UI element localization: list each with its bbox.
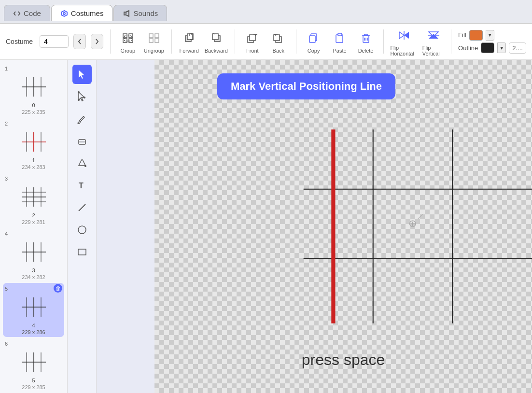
ungroup-label: Ungroup <box>144 48 164 54</box>
backward-label: Backward <box>205 48 228 54</box>
svg-text:T: T <box>79 182 84 190</box>
tab-code-label: Code <box>24 9 41 17</box>
sep5 <box>383 29 384 54</box>
nav-forward-button[interactable] <box>91 34 103 49</box>
tool-text[interactable]: T <box>72 176 92 195</box>
costume-input[interactable] <box>40 35 69 48</box>
tab-sounds[interactable]: Sounds <box>113 5 167 21</box>
front-button[interactable]: Front <box>242 29 263 54</box>
tool-circle[interactable] <box>72 220 92 239</box>
svg-rect-25 <box>338 33 342 36</box>
back-label: Back <box>273 48 284 54</box>
tool-brush[interactable] <box>72 109 92 128</box>
outline-dropdown-button[interactable]: ▼ <box>497 42 506 53</box>
main-panel: Costume Group Ungroup Forward <box>0 23 532 393</box>
forward-label: Forward <box>180 48 199 54</box>
costume-label: Costume <box>6 38 33 45</box>
costume-item-4[interactable]: 4 3 234 x 282 <box>3 228 64 282</box>
svg-point-71 <box>84 165 86 167</box>
svg-rect-11 <box>155 39 159 42</box>
outline-value[interactable]: 2.... <box>509 42 526 54</box>
tool-rect[interactable] <box>72 242 92 262</box>
svg-rect-23 <box>309 36 315 42</box>
svg-point-0 <box>63 13 65 14</box>
svg-rect-15 <box>212 34 218 40</box>
paste-button[interactable]: Paste <box>329 29 350 54</box>
tooltip-box: Mark Vertical Positioning Line <box>217 73 395 99</box>
costume-item-1[interactable]: 1 0 225 x 235 <box>3 63 64 117</box>
flip-v-label: Flip Vertical <box>422 45 445 56</box>
tool-reshape[interactable] <box>72 87 92 106</box>
copy-button[interactable]: Copy <box>303 29 324 54</box>
costume-item-6[interactable]: 6 5 229 x 285 <box>3 338 64 392</box>
toolbar: Costume Group Ungroup Forward <box>0 24 532 60</box>
sep3 <box>235 29 235 54</box>
delete-label: Delete <box>358 48 374 54</box>
forward-button[interactable]: Forward <box>179 29 200 54</box>
front-label: Front <box>246 48 259 54</box>
svg-rect-8 <box>149 34 153 38</box>
paste-label: Paste <box>333 48 347 54</box>
svg-rect-10 <box>149 39 153 42</box>
sep4 <box>296 29 296 54</box>
svg-rect-17 <box>250 35 255 41</box>
svg-rect-75 <box>78 249 86 255</box>
fill-color-swatch[interactable] <box>469 30 483 41</box>
tab-costumes-label: Costumes <box>71 9 104 17</box>
svg-text:⊕: ⊕ <box>408 218 417 229</box>
flip-h-button[interactable]: Flip Horizontal <box>390 27 417 56</box>
copy-label: Copy <box>308 48 320 54</box>
fill-label: Fill <box>458 31 466 39</box>
group-button[interactable]: Group <box>117 29 139 54</box>
sep1 <box>110 29 111 54</box>
tab-code[interactable]: Code <box>4 5 50 21</box>
fill-dropdown-button[interactable]: ▼ <box>486 30 494 41</box>
sep2 <box>171 29 172 54</box>
outline-label: Outline <box>458 44 478 52</box>
svg-rect-4 <box>129 34 133 38</box>
svg-point-68 <box>84 97 85 98</box>
svg-rect-7 <box>125 35 131 41</box>
svg-rect-13 <box>187 34 193 40</box>
delete-button[interactable]: Delete <box>355 29 377 54</box>
svg-point-66 <box>78 91 80 93</box>
flip-h-label: Flip Horizontal <box>390 45 417 56</box>
costume-item-3[interactable]: 3 2 229 x 281 <box>3 173 64 227</box>
content-area: 1 0 225 x 235 2 <box>0 60 532 393</box>
canvas-svg: ⊕ <box>154 60 532 393</box>
backward-button[interactable]: Backward <box>205 29 228 54</box>
svg-line-73 <box>79 204 85 211</box>
tool-fill[interactable] <box>72 154 92 173</box>
tool-select[interactable] <box>72 65 92 84</box>
svg-point-74 <box>78 226 86 234</box>
costume-item-2[interactable]: 2 1 234 x 283 <box>3 118 64 172</box>
fill-outline-section: Fill ▼ Outline ▼ 2.... <box>458 30 526 54</box>
svg-rect-5 <box>123 39 127 42</box>
tools-panel: T <box>68 60 97 393</box>
costume-sidebar: 1 0 225 x 235 2 <box>0 60 68 393</box>
group-label: Group <box>121 48 136 54</box>
back-button[interactable]: Back <box>268 29 289 54</box>
svg-rect-6 <box>129 39 133 42</box>
sep6 <box>451 29 451 54</box>
ungroup-button[interactable]: Ungroup <box>143 29 165 54</box>
tool-line[interactable] <box>72 198 92 217</box>
tool-eraser[interactable] <box>72 131 92 151</box>
costume-item-5[interactable]: 🗑 5 4 229 x 286 <box>3 283 64 337</box>
press-space-text: press space <box>302 351 385 369</box>
tab-bar: Code Costumes Sounds <box>0 0 532 23</box>
flip-v-button[interactable]: Flip Vertical <box>422 27 445 56</box>
nav-back-button[interactable] <box>73 34 86 49</box>
svg-rect-20 <box>274 35 280 41</box>
tab-costumes[interactable]: Costumes <box>51 5 113 21</box>
svg-line-81 <box>418 214 422 219</box>
svg-marker-2 <box>126 11 129 16</box>
costume-delete-button[interactable]: 🗑 <box>54 284 62 293</box>
outline-color-swatch[interactable] <box>481 42 494 53</box>
canvas-main[interactable]: Mark Vertical Positioning Line ⊕ <box>154 60 532 393</box>
canvas-left-strip <box>97 60 154 393</box>
svg-rect-9 <box>155 34 159 38</box>
svg-point-67 <box>78 99 80 101</box>
svg-rect-3 <box>123 34 127 38</box>
canvas-area[interactable]: Mark Vertical Positioning Line ⊕ <box>97 60 532 393</box>
